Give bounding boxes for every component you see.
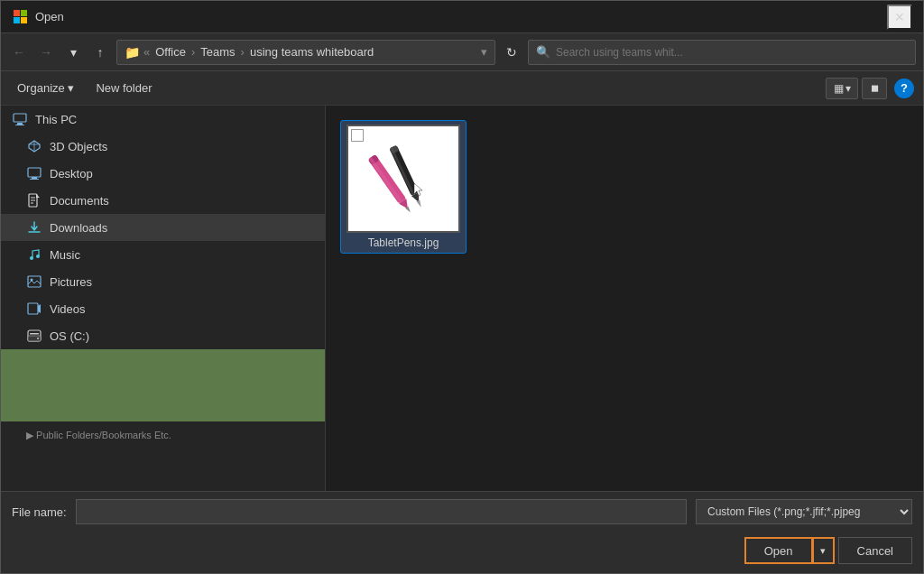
view-dropdown-icon: ▾ [845,82,851,95]
sidebar-label-videos: Videos [50,302,86,316]
breadcrumb-sep1: › [191,45,195,59]
breadcrumb-dropdown-icon[interactable]: ▾ [481,45,487,59]
videos-icon [26,301,42,317]
breadcrumb-teams: Teams [200,45,235,59]
sidebar: This PC 3D Objects [1,106,326,491]
view-dropdown-button[interactable]: ▦ ▾ [826,78,858,99]
pc-icon [12,111,28,127]
svg-rect-1 [17,123,23,125]
sidebar-label-desktop: Desktop [50,167,93,181]
file-type-select[interactable]: Custom Files (*.png;*.jfif;*.pjpeg [696,499,912,524]
file-name: TabletPens.jpg [368,236,439,249]
file-checkbox[interactable] [351,129,364,142]
music-icon [26,246,42,263]
address-breadcrumb[interactable]: 📁 « Office › Teams › using teams whitebo… [116,40,495,65]
svg-rect-18 [28,303,38,314]
file-thumbnail [346,125,460,233]
downloads-icon [26,219,42,236]
file-area[interactable]: TabletPens.jpg [326,106,923,491]
sidebar-item-os-c[interactable]: OS (C:) [1,322,325,349]
title-bar: Open ✕ [1,1,923,33]
dialog-title: Open [35,10,887,23]
main-content: This PC 3D Objects [1,106,923,491]
network-label: ▶ Public Folders/Bookmarks Etc. [26,430,171,441]
app-icon [12,9,28,25]
sidebar-label-pictures: Pictures [50,275,92,289]
pen-illustration [358,138,448,219]
search-icon: 🔍 [536,45,550,59]
forward-button[interactable]: → [35,42,57,63]
sidebar-label-this-pc: This PC [35,113,77,126]
svg-point-15 [36,255,40,258]
search-box[interactable]: 🔍 [528,40,916,65]
svg-rect-7 [32,177,37,179]
svg-rect-22 [30,333,39,335]
search-input[interactable] [556,46,908,59]
cancel-button[interactable]: Cancel [838,537,912,564]
breadcrumb-office: Office [155,45,186,59]
sidebar-item-3d-objects[interactable]: 3D Objects [1,133,325,160]
breadcrumb-using-teams-whiteboard: using teams whiteboard [250,45,374,59]
file-name-input[interactable] [76,499,687,524]
open-dialog: Open ✕ ← → ▾ ↑ 📁 « Office › Teams › usin… [0,0,924,574]
file-name-label: File name: [12,505,67,519]
3d-icon [26,138,42,154]
view-icon: ▦ [834,82,844,95]
sidebar-label-os-c: OS (C:) [50,329,89,343]
breadcrumb-sep2: › [241,45,245,59]
sidebar-item-network[interactable]: ▶ Public Folders/Bookmarks Etc. [1,421,325,449]
network-drives-area [1,349,325,421]
sidebar-item-documents[interactable]: Documents [1,187,325,214]
new-folder-button[interactable]: New folder [88,78,159,98]
pane-icon: ◼ [871,82,879,94]
sidebar-item-music[interactable]: Music [1,241,325,268]
nav-dropdown-button[interactable]: ▾ [62,42,84,63]
svg-rect-2 [15,125,24,125]
back-button[interactable]: ← [8,42,30,63]
pictures-icon [26,273,42,290]
open-button[interactable]: Open [744,537,813,564]
file-item-tablet-pens[interactable]: TabletPens.jpg [340,120,467,254]
sidebar-item-desktop[interactable]: Desktop [1,160,325,187]
preview-pane-button[interactable]: ◼ [862,78,887,99]
breadcrumb-separator-left: « [143,45,150,59]
open-dropdown-button[interactable]: ▾ [813,537,835,564]
open-button-group: Open ▾ [744,537,835,564]
sidebar-label-music: Music [50,248,80,262]
svg-rect-6 [28,168,41,177]
documents-icon [26,192,42,208]
sidebar-label-downloads: Downloads [50,221,107,235]
view-buttons: ▦ ▾ ◼ [826,78,887,99]
svg-point-21 [37,338,39,339]
address-bar: ← → ▾ ↑ 📁 « Office › Teams › using teams… [1,33,923,71]
svg-marker-32 [417,200,423,208]
refresh-button[interactable]: ↻ [501,42,522,63]
svg-rect-0 [14,114,26,122]
sidebar-item-videos[interactable]: Videos [1,295,325,322]
bottom-bar: File name: Custom Files (*.png;*.jfif;*.… [1,491,923,532]
drive-icon [26,328,42,344]
svg-rect-8 [30,179,39,180]
button-row: Open ▾ Cancel [1,532,923,573]
svg-point-14 [30,256,33,260]
organize-button[interactable]: Organize ▾ [10,78,81,98]
folder-icon: 📁 [125,45,140,60]
help-button[interactable]: ? [894,79,914,98]
close-button[interactable]: ✕ [887,5,912,30]
svg-rect-16 [28,276,41,287]
up-button[interactable]: ↑ [89,42,111,63]
desktop-icon [26,165,42,181]
toolbar: Organize ▾ New folder ▦ ▾ ◼ ? [1,71,923,106]
sidebar-item-this-pc[interactable]: This PC [1,106,325,133]
sidebar-item-pictures[interactable]: Pictures [1,268,325,295]
sidebar-label-documents: Documents [50,194,109,208]
sidebar-label-3d-objects: 3D Objects [50,140,107,153]
sidebar-item-downloads[interactable]: Downloads [1,214,325,241]
